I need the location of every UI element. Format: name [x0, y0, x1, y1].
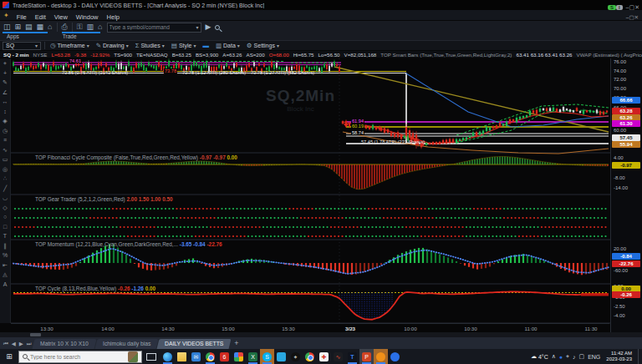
time-label: 3/23 — [345, 326, 355, 331]
drawing-tool-icon-22[interactable]: ◬ — [3, 270, 7, 280]
tray-volume-icon[interactable]: ♪ — [573, 354, 576, 360]
drawing-tool-icon-1[interactable]: + — [3, 68, 7, 78]
chart-scrollbar[interactable] — [0, 332, 642, 337]
search-icon[interactable] — [215, 25, 220, 30]
drawing-button[interactable]: ✎Drawing▾ — [94, 42, 130, 49]
app-menu-icon[interactable]: ✦ — [3, 12, 9, 19]
red-app-icon[interactable]: 6 — [217, 349, 232, 364]
store-icon[interactable] — [274, 349, 288, 364]
photos-icon[interactable] — [232, 349, 246, 364]
layout-badge-s[interactable]: S — [608, 5, 616, 10]
tab-nav-1[interactable]: ◀ — [10, 338, 18, 349]
doc-close-button[interactable]: ✕ — [634, 14, 639, 20]
taskbar-clock[interactable]: 11:42 AM 2023-03-23 — [604, 351, 634, 362]
audio-app-icon[interactable]: ∿ — [331, 349, 345, 364]
chrome-profile-icon[interactable] — [303, 349, 317, 364]
drawing-tool-icon-0[interactable]: ⌖ — [3, 58, 7, 68]
settings-button[interactable]: ⚙Settings▾ — [245, 42, 281, 49]
mail-icon[interactable]: ✉ — [189, 349, 203, 364]
time-axis[interactable]: 13:3014:0014:3015:0015:303/2310:0010:301… — [11, 323, 609, 332]
chevron-down-icon[interactable]: ▾ — [196, 24, 199, 30]
workspace-tab[interactable]: Matrix 10 X 10 X10 — [32, 339, 96, 349]
workspace-tab[interactable]: Ichimoku daily bias — [94, 339, 158, 349]
add-workspace-button[interactable]: + — [231, 338, 242, 349]
excel-icon[interactable]: X — [246, 349, 260, 364]
drawing-tool-icon-21[interactable]: ⇤ — [3, 260, 8, 270]
drawing-tool-icon-19[interactable]: ∥ — [3, 241, 7, 251]
building-icon[interactable]: ⌂ — [48, 22, 52, 33]
drawing-tool-icon-3[interactable]: ∠ — [3, 88, 8, 98]
tab-nav-2[interactable]: ▶ — [18, 338, 25, 349]
layout-badge-i[interactable]: I — [616, 5, 623, 10]
taskbar-search-box[interactable] — [18, 351, 142, 363]
studies-button-icon: Σ — [135, 42, 140, 49]
drawing-tool-icon-20[interactable]: % — [3, 250, 8, 260]
drawing-tool-icon-10[interactable]: ▭ — [3, 154, 8, 164]
price-axis[interactable]: 76.0074.0072.0070.0068.0066.0060.0066.66… — [610, 58, 642, 332]
tradestation-icon[interactable]: T — [345, 349, 359, 364]
taskbar-search-input[interactable] — [30, 354, 125, 360]
drawing-tool-icon-18[interactable]: T — [3, 231, 7, 241]
tradestation-icon: T — [348, 352, 357, 361]
drawing-tool-icon-9[interactable]: ∿ — [3, 145, 8, 155]
drawing-tool-icon-17[interactable]: □ — [3, 222, 7, 232]
drawing-tool-icon-11[interactable]: ◎ — [3, 164, 8, 174]
file-explorer-icon[interactable] — [175, 349, 189, 364]
time-label: 15:00 — [222, 326, 234, 331]
tab-nav-0[interactable]: ⏮ — [2, 338, 10, 349]
tray-expand-icon[interactable]: ∧ — [552, 353, 556, 360]
menu-file[interactable]: File — [13, 13, 31, 21]
skype-icon[interactable]: S — [260, 349, 274, 364]
medical-app-icon[interactable]: ✚ — [317, 349, 331, 364]
menu-window[interactable]: Window — [72, 13, 103, 21]
timeframe-button[interactable]: ◷Timeframe▾ — [48, 42, 91, 49]
language-label[interactable]: ENG — [588, 354, 600, 360]
tray-bluetooth-icon[interactable]: ● — [559, 354, 563, 360]
maps-icon[interactable]: ⌖ — [288, 349, 303, 364]
drawing-tool-icon-13[interactable]: ╱ — [3, 184, 7, 194]
drawing-tool-icon-4[interactable]: ↔ — [3, 97, 8, 107]
studies-button[interactable]: ΣStudies▾ — [134, 42, 166, 49]
scrollbar-thumb[interactable] — [30, 333, 41, 336]
show-desktop-button[interactable] — [638, 349, 640, 364]
drawing-tool-icon-7[interactable]: ◷ — [3, 126, 8, 136]
drawing-tool-icon-15[interactable]: ◇ — [3, 203, 7, 213]
cycle-panel-label: TOP Cycle (8,13,Red,Blue,Yellow) -0.26 -… — [35, 286, 155, 291]
windows-taskbar: ⊞ ✉6XS⌖✚∿TP ☁ 4°C ∧●⌖♪▢ENG 11:42 AM 2023… — [0, 349, 642, 364]
menu-view[interactable]: View — [50, 13, 72, 21]
edge-icon[interactable] — [160, 349, 175, 364]
axis-tick: 76.00 — [614, 59, 626, 64]
drawing-tool-icon-6[interactable]: ◈ — [3, 116, 7, 126]
menu-help[interactable]: Help — [103, 13, 124, 21]
symbol-command-box[interactable]: ▾ — [107, 23, 201, 33]
link-button[interactable]: ▬ — [201, 42, 211, 49]
drawing-tool-icon-12[interactable]: ∴ — [3, 174, 7, 184]
drawing-tool-icon-23[interactable]: A — [3, 280, 8, 290]
weather-widget[interactable]: ☁ 4°C — [531, 353, 548, 360]
symbol-command-input[interactable] — [110, 24, 196, 30]
drawing-tool-icon-5[interactable]: ↕ — [3, 107, 7, 117]
tray-location-icon[interactable]: ⌖ — [566, 353, 569, 360]
audio-app-icon: ∿ — [334, 352, 343, 361]
studies-button-label: Studies — [140, 43, 160, 48]
amber-app-icon[interactable] — [374, 349, 388, 364]
excel-icon: X — [248, 352, 257, 361]
powerpoint-icon[interactable]: P — [359, 349, 374, 364]
drawing-tool-icon-16[interactable]: ○ — [3, 212, 7, 222]
chrome-icon[interactable] — [203, 349, 217, 364]
workspace-tab[interactable]: DAILY VIDEOS BETTS — [156, 339, 231, 349]
price-annotation: 73.86 (0.76 ATR) (3143 Shares) — [62, 70, 128, 75]
style-button[interactable]: ▤Style▾ — [170, 42, 198, 49]
start-button[interactable]: ⊞ — [2, 352, 17, 361]
drawing-tool-icon-2[interactable]: ✎ — [3, 78, 8, 88]
menu-edit[interactable]: Edit — [31, 13, 50, 21]
drawing-tool-icon-8[interactable]: ≡ — [3, 135, 7, 145]
drawing-tool-icon-14[interactable]: ◡ — [3, 193, 8, 203]
data-button[interactable]: ▥Data▾ — [214, 42, 242, 49]
run-command-icon[interactable]: ▶ — [206, 22, 211, 33]
coin-app-icon[interactable] — [388, 349, 402, 364]
task-view-icon[interactable] — [146, 353, 156, 361]
symbol-combo[interactable]: SQ ▾ — [3, 42, 41, 50]
tray-network-icon[interactable]: ▢ — [579, 353, 585, 360]
symbol-bar-token: B=63.25 — [172, 52, 191, 58]
